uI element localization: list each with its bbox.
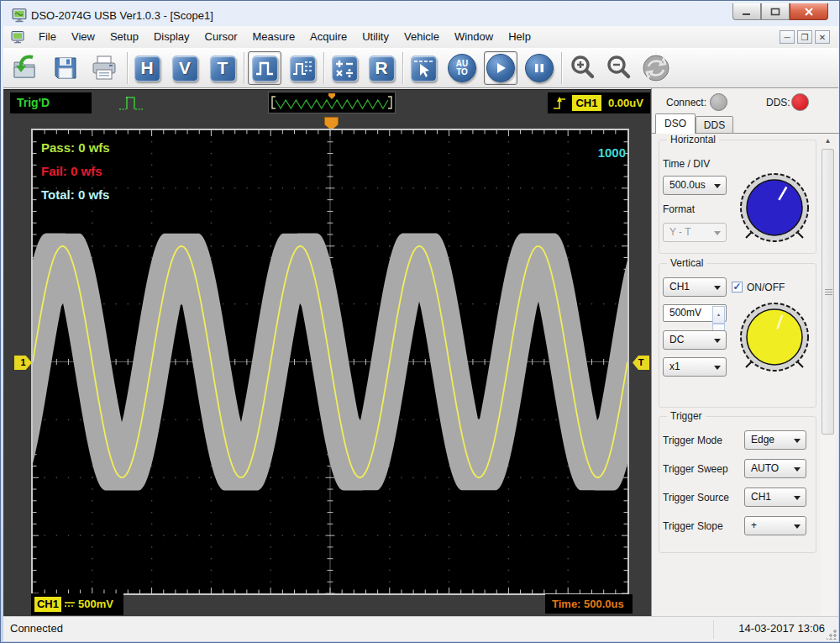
save-button[interactable]	[49, 51, 82, 85]
menu-vehicle[interactable]: Vehicle	[396, 28, 447, 46]
menu-bar: File View Setup Display Cursor Measure A…	[3, 26, 838, 48]
pulse-table-icon	[291, 57, 313, 79]
chevron-down-icon	[714, 184, 721, 188]
trigger-group-title: Trigger	[667, 410, 706, 422]
svg-text:Total: 0 wfs: Total: 0 wfs	[41, 187, 109, 202]
open-button[interactable]	[8, 51, 42, 85]
trigger-level-value: 0.00uV	[608, 97, 643, 109]
trigger-settings-button[interactable]: T	[206, 51, 239, 85]
trigger-slope-label: Trigger Slope	[663, 520, 723, 532]
status-strip: Trig'D CH1 0.00uV	[3, 89, 651, 115]
scrollbar-thumb	[822, 149, 834, 435]
svg-text:Pass: 0 wfs: Pass: 0 wfs	[41, 140, 110, 155]
channel-scale: 500mV	[78, 598, 113, 610]
menu-setup[interactable]: Setup	[102, 28, 146, 46]
menu-display[interactable]: Display	[146, 28, 197, 46]
trigger-channel-badge: CH1	[572, 95, 601, 111]
scope-graticule: Pass: 0 wfsFail: 0 wfsTotal: 0 wfs1000	[33, 130, 627, 593]
print-icon	[90, 54, 118, 82]
math-button[interactable]	[328, 51, 361, 85]
pass-fail-button[interactable]	[248, 51, 281, 85]
zoom-out-button[interactable]	[602, 51, 636, 85]
mdi-minimize-button[interactable]: ─	[780, 30, 795, 44]
auto-icon: AUTO	[456, 60, 468, 76]
waveform-preview-trace	[269, 92, 395, 113]
vertical-knob[interactable]	[736, 298, 813, 376]
pause-button[interactable]	[522, 51, 556, 85]
maximize-button[interactable]	[761, 3, 790, 20]
t-icon: T	[210, 55, 236, 82]
menu-acquire[interactable]: Acquire	[302, 28, 354, 46]
channel-select[interactable]: CH1	[663, 277, 727, 297]
vertical-group-title: Vertical	[667, 257, 706, 269]
reference-button[interactable]: R	[365, 51, 398, 85]
trigger-sweep-select[interactable]: AUTO	[744, 459, 806, 478]
title-bar: DSO-2074G USB Ver1.0.3 - [Scope1]	[3, 3, 837, 26]
menu-window[interactable]: Window	[447, 28, 501, 46]
trigger-status: Trig'D	[10, 92, 92, 113]
trigger-slope-icon	[553, 95, 570, 111]
channel-readout-box: CH1 500mV	[31, 593, 123, 615]
trigger-mode-label: Trigger Mode	[663, 435, 722, 446]
mdi-close-button[interactable]: ✕	[815, 30, 830, 44]
resize-grip[interactable]	[827, 630, 837, 640]
menu-file[interactable]: File	[31, 28, 64, 46]
tab-dso[interactable]: DSO	[655, 113, 696, 134]
cursor-icon	[412, 57, 434, 79]
open-icon	[11, 54, 39, 82]
trigger-mode-select[interactable]: Edge	[744, 430, 806, 450]
control-panel: Connect: DDS: DSO DDS Horizontal Time / …	[651, 88, 838, 616]
menu-cursor[interactable]: Cursor	[197, 28, 245, 46]
menu-utility[interactable]: Utility	[354, 28, 396, 46]
run-button[interactable]	[484, 51, 517, 85]
status-bar: Connected 14-03-2017 13:06	[3, 616, 838, 641]
cursor-measure-button[interactable]	[407, 51, 440, 85]
channel-onoff-checkbox[interactable]: ✓	[732, 282, 743, 293]
h-icon: H	[134, 55, 160, 82]
waveform-preview[interactable]	[268, 92, 396, 113]
close-button[interactable]	[790, 3, 828, 20]
vertical-settings-button[interactable]: V	[168, 51, 202, 85]
mdi-restore-button[interactable]: ❐	[797, 30, 812, 44]
panel-scrollbar[interactable]: ▲	[821, 134, 835, 616]
scope-display[interactable]: Pass: 0 wfsFail: 0 wfsTotal: 0 wfs1000	[31, 129, 629, 595]
horizontal-settings-button[interactable]: H	[130, 51, 164, 85]
menu-measure[interactable]: Measure	[245, 28, 303, 46]
auto-setup-button[interactable]: AUTO	[445, 51, 479, 85]
channel1-level-marker[interactable]: 1	[14, 356, 32, 370]
time-div-select[interactable]: 500.0us	[663, 176, 727, 195]
format-label: Format	[663, 203, 695, 215]
connection-status: Connected	[10, 622, 63, 635]
chevron-down-icon	[794, 467, 801, 472]
chevron-down-icon	[714, 286, 721, 290]
tab-dds[interactable]: DDS	[696, 116, 733, 134]
refresh-connection-button[interactable]	[639, 51, 673, 85]
format-select[interactable]: Y - T	[663, 223, 727, 242]
coupling-select[interactable]: DC	[663, 330, 727, 350]
spin-up-icon: ▲	[712, 306, 725, 324]
svg-text:1000: 1000	[598, 145, 626, 160]
channel-badge: CH1	[34, 597, 61, 612]
datetime: 14-03-2017 13:06	[738, 622, 825, 635]
dds-label: DDS:	[766, 97, 790, 108]
print-button[interactable]	[87, 51, 121, 85]
trigger-level-marker[interactable]: T	[633, 356, 649, 370]
document-icon	[11, 30, 24, 44]
volts-div-spinner[interactable]: 500mV ▲▼	[663, 304, 727, 322]
menu-view[interactable]: View	[64, 28, 102, 46]
connect-label: Connect:	[666, 97, 706, 108]
horizontal-knob[interactable]	[736, 169, 813, 246]
waveform-record-button[interactable]	[286, 51, 319, 85]
probe-select[interactable]: x1	[663, 357, 727, 377]
chevron-down-icon	[714, 366, 721, 370]
trigger-slope-select[interactable]: +	[744, 516, 806, 535]
chevron-down-icon	[714, 339, 721, 343]
zoom-in-button[interactable]	[566, 51, 600, 85]
trigger-source-select[interactable]: CH1	[744, 488, 806, 507]
trigger-status-box: Trig'D	[10, 92, 92, 113]
scroll-up-icon: ▲	[821, 134, 835, 148]
menu-help[interactable]: Help	[501, 28, 538, 46]
pulse-indicator-icon	[118, 93, 151, 113]
scope-area: Pass: 0 wfsFail: 0 wfsTotal: 0 wfs1000 1…	[3, 115, 651, 616]
minimize-button[interactable]	[732, 3, 761, 20]
